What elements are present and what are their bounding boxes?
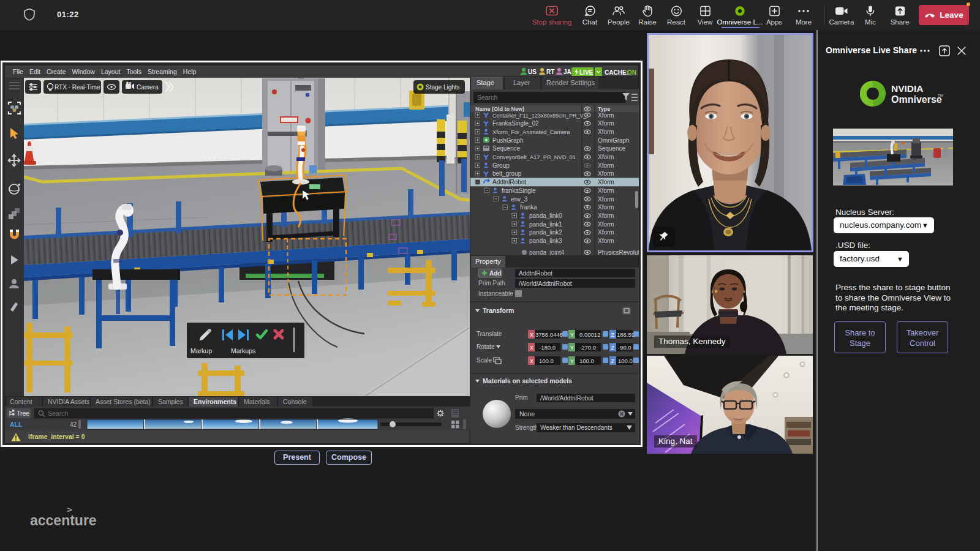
svg-text:Y: Y <box>570 332 574 338</box>
svg-text:FrankaSingle_02: FrankaSingle_02 <box>492 120 539 127</box>
svg-text:Layer: Layer <box>513 79 530 86</box>
svg-text:frankaSingle: frankaSingle <box>502 187 536 194</box>
svg-text:100.0: 100.0 <box>539 358 554 364</box>
svg-text:Xform: Xform <box>598 170 614 177</box>
svg-text:panda_link1: panda_link1 <box>529 221 562 228</box>
svg-text:PhysicsRevolute: PhysicsRevolute <box>598 249 639 255</box>
svg-text:Sequence: Sequence <box>598 145 625 152</box>
svg-text:Xform: Xform <box>598 229 614 236</box>
svg-text:Xform: Xform <box>598 204 614 211</box>
svg-text:Asset Stores (beta): Asset Stores (beta) <box>96 398 151 405</box>
svg-text:Type: Type <box>598 106 610 112</box>
svg-text:panda_link0: panda_link0 <box>529 212 562 219</box>
svg-text:Rotate: Rotate <box>477 343 495 350</box>
svg-text:JA: JA <box>564 69 571 75</box>
svg-text:Y: Y <box>570 345 574 351</box>
svg-text:Y: Y <box>570 358 574 364</box>
svg-text:-90.0: -90.0 <box>618 344 631 351</box>
svg-text:Xform: Xform <box>598 120 614 127</box>
svg-text:US: US <box>528 69 537 75</box>
svg-text:X: X <box>530 358 533 364</box>
svg-text:-180.0: -180.0 <box>539 344 556 351</box>
svg-text:Sequence: Sequence <box>492 145 520 152</box>
svg-text:Weaker than Descendants: Weaker than Descendants <box>540 424 612 431</box>
svg-text:Xform: Xform <box>598 238 614 244</box>
svg-text:LIVE: LIVE <box>579 69 594 76</box>
svg-text:RTX - Real-Time: RTX - Real-Time <box>55 84 100 91</box>
svg-text:Scale: Scale <box>477 357 492 364</box>
svg-text:panda_joint4: panda_joint4 <box>529 249 565 255</box>
svg-text:Z: Z <box>611 358 615 364</box>
svg-text:Content: Content <box>10 398 32 405</box>
svg-text:CACHE:: CACHE: <box>605 69 628 76</box>
svg-text:Materials on selected models: Materials on selected models <box>483 377 572 384</box>
svg-text:ConveyorBelt_A17_PR_NVD_01: ConveyorBelt_A17_PR_NVD_01 <box>492 154 576 160</box>
svg-text:ON: ON <box>627 69 636 76</box>
svg-text:Z: Z <box>611 345 615 351</box>
svg-text:Z: Z <box>611 332 615 338</box>
svg-text:panda_link2: panda_link2 <box>529 229 562 236</box>
svg-text:/World/AddtnlRobot: /World/AddtnlRobot <box>540 395 594 402</box>
svg-text:Xform: Xform <box>598 212 614 219</box>
svg-text:AddtnlRobot: AddtnlRobot <box>492 179 526 186</box>
svg-text:Add: Add <box>489 270 501 277</box>
svg-text:None: None <box>519 410 535 418</box>
svg-text:Transform: Transform <box>483 307 514 314</box>
svg-text:/World/AddtnlRobot: /World/AddtnlRobot <box>519 280 572 287</box>
svg-text:RT: RT <box>546 69 554 75</box>
svg-text:Prim Path: Prim Path <box>478 280 505 287</box>
svg-text:Xform: Xform <box>598 187 614 194</box>
svg-text:Render Settings: Render Settings <box>546 79 595 86</box>
svg-text:42: 42 <box>70 421 77 428</box>
svg-text:ALL: ALL <box>10 421 23 428</box>
svg-text:Stage Lights: Stage Lights <box>426 84 460 91</box>
svg-text:AddtnlRobot: AddtnlRobot <box>519 270 552 277</box>
svg-text:X: X <box>530 332 533 338</box>
svg-text:NVIDIA: NVIDIA <box>891 83 924 94</box>
svg-text:Strength: Strength <box>515 424 538 431</box>
svg-text:Omniverse: Omniverse <box>891 94 942 105</box>
svg-text:Xform_For_Animated_Camera: Xform_For_Animated_Camera <box>492 129 570 135</box>
svg-text:-270.0: -270.0 <box>579 344 596 351</box>
svg-text:OmniGraph: OmniGraph <box>598 137 630 144</box>
svg-text:Environments: Environments <box>194 398 236 405</box>
svg-text:Camera: Camera <box>137 84 159 91</box>
svg-text:Property: Property <box>475 258 501 265</box>
svg-text:Xform: Xform <box>598 196 614 203</box>
svg-text:Instanceable: Instanceable <box>478 290 513 297</box>
svg-text:3756.0446: 3756.0446 <box>535 331 563 338</box>
svg-text:Materials: Materials <box>244 398 270 405</box>
svg-text:100.0: 100.0 <box>579 358 594 364</box>
svg-text:Search: Search <box>48 410 68 417</box>
svg-text:TM: TM <box>938 94 943 97</box>
svg-text:0.00012: 0.00012 <box>579 331 600 338</box>
svg-text:PushGraph: PushGraph <box>492 137 524 144</box>
svg-text:Prim: Prim <box>515 394 528 401</box>
svg-text:belt_group: belt_group <box>492 170 522 177</box>
svg-text:Console: Console <box>283 398 307 405</box>
svg-text:Markups: Markups <box>231 347 255 354</box>
svg-text:panda_link3: panda_link3 <box>529 238 562 244</box>
svg-text:Container_F11_123x80x89cm_PR_V: Container_F11_123x80x89cm_PR_V_ <box>492 113 587 119</box>
svg-text:Tree: Tree <box>17 410 29 417</box>
svg-text:Samples: Samples <box>158 398 183 405</box>
svg-text:Name (Old to New): Name (Old to New) <box>475 106 524 112</box>
svg-text:env_3: env_3 <box>511 196 528 203</box>
svg-text:Xform: Xform <box>598 179 614 186</box>
svg-text:Translate: Translate <box>477 331 502 337</box>
svg-text:X: X <box>530 345 533 351</box>
svg-text:Group: Group <box>492 162 510 169</box>
svg-text:Stage: Stage <box>477 79 494 86</box>
svg-text:Xform: Xform <box>598 129 614 135</box>
svg-text:Xform: Xform <box>598 221 614 228</box>
svg-text:Xform: Xform <box>598 154 614 160</box>
svg-text:Xform: Xform <box>598 162 614 169</box>
svg-text:NVIDIA Assets: NVIDIA Assets <box>48 398 89 405</box>
svg-text:100.0: 100.0 <box>618 358 633 364</box>
svg-text:Markup: Markup <box>190 347 212 354</box>
svg-text:Search: Search <box>477 94 497 101</box>
svg-text:franka: franka <box>520 204 537 211</box>
svg-text:Xform: Xform <box>598 112 614 119</box>
